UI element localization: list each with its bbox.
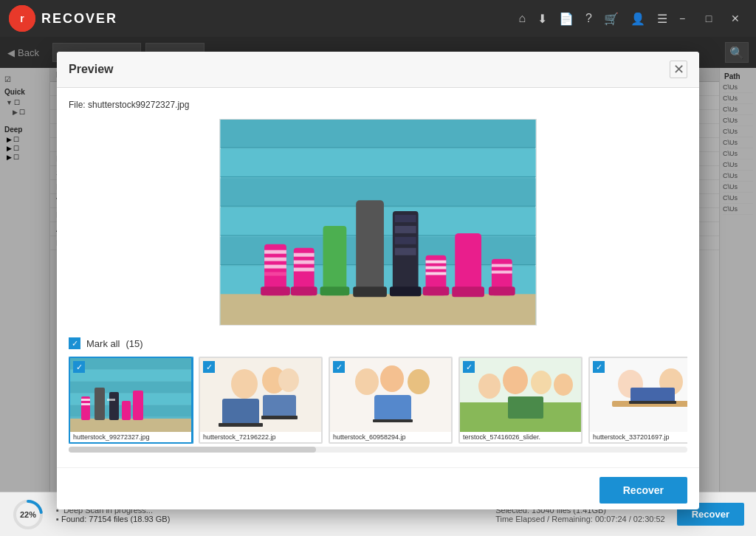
thumb-label: hutterstock_72196222.jp <box>200 432 321 442</box>
modal-overlay: Preview ✕ File: shutterstock99272327.jpg <box>0 37 756 492</box>
files-found: ▪ Found: 77154 files (18.93 GB) <box>56 515 484 523</box>
svg-rect-68 <box>263 395 296 417</box>
thumb-label: terstock_57416026_slider. <box>460 432 581 442</box>
dialog-close-button[interactable]: ✕ <box>670 61 687 78</box>
svg-point-80 <box>478 374 501 399</box>
window-controls: − □ ✕ <box>670 7 747 30</box>
svg-rect-64 <box>200 358 323 432</box>
scrollbar-thumb <box>69 447 316 453</box>
svg-rect-19 <box>264 258 286 261</box>
maximize-button[interactable]: □ <box>697 7 721 30</box>
file-icon[interactable]: 📄 <box>559 12 574 26</box>
thumbnail-item[interactable]: ✓ terstock_57416026_slider. <box>458 357 583 444</box>
thumbnail-item[interactable]: ✓ hutterstock_72196222.jp <box>199 357 323 444</box>
svg-rect-20 <box>264 265 286 269</box>
svg-rect-21 <box>264 272 286 276</box>
cart-icon[interactable]: 🛒 <box>604 12 619 26</box>
app-logo: r <box>9 5 35 32</box>
svg-rect-51 <box>70 370 193 381</box>
thumb-label: hutterstock_99272327.jpg <box>70 432 191 442</box>
recover-button-dialog[interactable]: Recover <box>599 477 687 504</box>
svg-rect-6 <box>221 149 536 177</box>
svg-rect-58 <box>81 403 90 405</box>
svg-rect-67 <box>222 399 259 425</box>
svg-point-73 <box>355 368 379 395</box>
thumb-checkbox[interactable]: ✓ <box>593 361 605 373</box>
home-icon[interactable]: ⌂ <box>518 12 526 25</box>
svg-rect-18 <box>264 250 286 254</box>
svg-rect-59 <box>94 388 105 420</box>
thumb-checkbox[interactable]: ✓ <box>463 361 475 373</box>
svg-rect-35 <box>395 237 416 244</box>
svg-rect-43 <box>455 233 481 295</box>
svg-point-81 <box>503 366 528 394</box>
svg-rect-39 <box>426 261 447 264</box>
title-bar: r RECOVER ⌂ ⬇ 📄 ? 🛒 👤 ☰ − □ ✕ <box>0 0 756 37</box>
svg-rect-37 <box>390 286 422 296</box>
files-icon: ▪ <box>56 515 59 523</box>
svg-rect-55 <box>70 419 193 432</box>
app-branding: r RECOVER <box>9 5 117 32</box>
thumbnail-item[interactable]: ✓ hutterstock_337201697.jp <box>588 357 687 444</box>
mark-all-checkbox[interactable]: ✓ <box>69 337 80 349</box>
svg-rect-31 <box>353 286 387 297</box>
progress-circle: 22% <box>12 498 44 531</box>
svg-point-74 <box>380 365 404 392</box>
mark-all-count: (15) <box>126 338 143 349</box>
svg-rect-36 <box>395 248 416 255</box>
menu-icon[interactable]: ☰ <box>657 12 667 26</box>
files-found-text: Found: 77154 files (18.93 GB) <box>61 515 170 523</box>
svg-rect-27 <box>291 286 317 295</box>
svg-rect-70 <box>261 416 298 419</box>
thumb-checkbox[interactable]: ✓ <box>73 361 85 373</box>
thumb-image <box>330 358 451 432</box>
svg-rect-89 <box>630 388 675 402</box>
svg-rect-84 <box>508 396 543 419</box>
svg-point-82 <box>531 371 551 394</box>
svg-rect-48 <box>489 286 515 295</box>
thumb-checkbox[interactable]: ✓ <box>203 361 215 373</box>
file-label: File: shutterstock99272327.jpg <box>69 100 687 110</box>
svg-rect-34 <box>395 226 416 233</box>
dialog-body: File: shutterstock99272327.jpg <box>57 88 699 467</box>
app-area: ◀ Back 🔍 ☑ Quick ▼ ☐ ▶ ☐ <box>0 37 756 536</box>
svg-rect-46 <box>492 264 512 267</box>
help-icon[interactable]: ? <box>585 12 592 25</box>
svg-rect-22 <box>261 286 290 295</box>
toolbar-icons: ⌂ ⬇ 📄 ? 🛒 👤 ☰ <box>518 12 667 26</box>
svg-rect-47 <box>492 271 512 274</box>
thumb-label: hutterstock_337201697.jp <box>590 432 687 442</box>
thumb-image <box>460 358 581 432</box>
svg-rect-90 <box>629 401 676 404</box>
svg-rect-40 <box>426 267 447 269</box>
minimize-button[interactable]: − <box>670 7 694 30</box>
svg-rect-24 <box>294 253 315 257</box>
time-elapsed: Time Elapsed / Remaining: 00:07:24 / 02:… <box>495 515 665 523</box>
svg-point-75 <box>408 369 430 394</box>
svg-rect-76 <box>374 395 411 421</box>
svg-rect-62 <box>133 391 143 420</box>
user-icon[interactable]: 👤 <box>630 12 645 26</box>
svg-rect-25 <box>294 261 315 264</box>
svg-rect-77 <box>373 419 413 422</box>
dialog-title: Preview <box>69 63 113 76</box>
dialog-header: Preview ✕ <box>57 52 699 88</box>
svg-point-71 <box>278 368 299 392</box>
app-title: RECOVER <box>41 11 117 27</box>
download-icon[interactable]: ⬇ <box>537 12 547 26</box>
svg-rect-41 <box>426 272 447 275</box>
thumb-checkbox[interactable]: ✓ <box>333 361 345 373</box>
svg-point-65 <box>231 369 258 399</box>
thumbnail-item[interactable]: ✓ hutterstock_60958294.jp <box>329 357 453 444</box>
svg-rect-63 <box>107 399 115 401</box>
close-button[interactable]: ✕ <box>724 7 747 30</box>
thumbnail-item[interactable]: ✓ hutterstock_99272327.jpg <box>69 357 193 444</box>
svg-rect-50 <box>70 358 193 369</box>
svg-rect-28 <box>323 226 347 295</box>
svg-rect-61 <box>122 401 131 420</box>
preview-image-container <box>69 119 687 326</box>
svg-rect-30 <box>356 200 384 295</box>
svg-rect-57 <box>81 399 90 401</box>
dialog-footer: Recover <box>57 467 699 509</box>
thumbnail-scrollbar[interactable] <box>69 447 687 453</box>
